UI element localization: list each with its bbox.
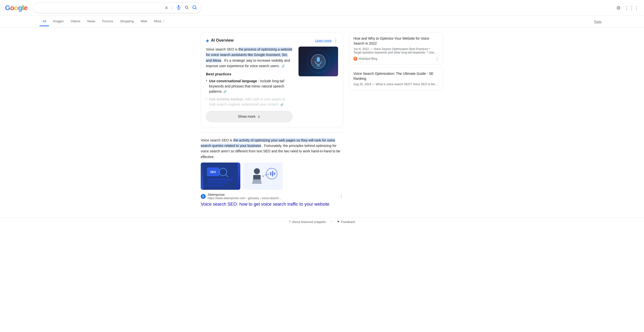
- ai-header-right: Learn more ⋮: [315, 38, 338, 43]
- ai-image-area: [298, 47, 338, 122]
- side-card-title-0: How and Why to Optimize Your Website for…: [354, 36, 439, 46]
- side-card-content-0: How and Why to Optimize Your Website for…: [350, 33, 443, 64]
- ai-overview-title: AI Overview: [211, 38, 234, 43]
- side-card-title-1: Voice Search Optimization: The Ultimate …: [354, 71, 439, 81]
- search-button[interactable]: [192, 5, 197, 11]
- show-more-button[interactable]: Show more ∨: [206, 111, 292, 122]
- result-source-info: Siteimprove https://www.siteimprove.com …: [208, 193, 282, 200]
- question-icon: ?: [289, 220, 290, 224]
- tab-videos[interactable]: Videos: [68, 17, 84, 26]
- side-card-source-0: H HubSpot Blog ⋮: [354, 56, 439, 61]
- svg-rect-26: [274, 172, 275, 175]
- side-card-content-1: Voice Search Optimization: The Ultimate …: [350, 68, 443, 90]
- result-url-0: https://www.siteimprove.com › glossary ›…: [208, 196, 282, 200]
- tab-shopping[interactable]: Shopping: [117, 17, 136, 26]
- lens-icon[interactable]: [184, 5, 189, 11]
- bp-item-1: ● Use schema markup: Add code to your pa…: [206, 97, 292, 107]
- result-images: SEO: [201, 163, 343, 190]
- ai-title-area: ◆ AI Overview: [206, 38, 234, 43]
- tools-button[interactable]: Tools: [591, 17, 604, 26]
- ai-more-button[interactable]: ⋮: [334, 38, 338, 43]
- seo-image: SEO: [201, 163, 240, 190]
- result-favicon-0: S: [201, 194, 206, 199]
- result-image-seo: SEO: [201, 163, 240, 190]
- result-image-voice: [243, 163, 283, 190]
- section-divider: [201, 132, 343, 133]
- learn-more-link[interactable]: Learn more: [315, 39, 332, 42]
- svg-point-27: [262, 175, 264, 177]
- settings-icon[interactable]: ⚙: [616, 5, 621, 11]
- svg-rect-24: [270, 172, 271, 175]
- svg-rect-0: [178, 5, 180, 8]
- clear-button[interactable]: ✕: [164, 5, 168, 11]
- result-block-0: Voice search SEO is the activity of opti…: [201, 138, 343, 207]
- ai-intro-plain: Voice search SEO is: [206, 47, 238, 51]
- show-more-label: Show more: [238, 115, 256, 118]
- ai-diamond-icon: ◆: [206, 38, 209, 43]
- ai-overview-panel: ◆ AI Overview Learn more ⋮ Voice search …: [201, 33, 343, 127]
- svg-point-28: [265, 174, 266, 176]
- apps-icon[interactable]: ⋮⋮⋮: [624, 5, 639, 11]
- side-card-date-1: Aug 20, 2024 — What is voice search SEO?…: [354, 83, 439, 86]
- bp-bullet-1: ●: [206, 97, 207, 100]
- bp-bold-1: Use schema markup:: [209, 97, 244, 101]
- tab-forums[interactable]: Forums: [99, 17, 116, 26]
- bp-item-0: ● Use conversational language : Include …: [206, 79, 292, 94]
- search-input[interactable]: voice search SEO: [37, 6, 162, 10]
- svg-point-5: [186, 6, 187, 7]
- tab-images[interactable]: Images: [50, 17, 66, 26]
- best-practices-list: ● Use conversational language : Include …: [206, 79, 292, 107]
- page-footer: ? About featured snippets • ⚑ Feedback: [0, 217, 644, 226]
- card-more-button-0[interactable]: ⋮: [435, 56, 439, 61]
- nav-tabs: All Images Videos News Forums Shopping W…: [0, 16, 644, 28]
- side-card-date-0: Jun 6, 2022 — Voice Search Optimization …: [354, 47, 439, 54]
- mic-icon[interactable]: [176, 5, 182, 11]
- chevron-down-icon: ∨: [258, 114, 260, 119]
- bp-cite-0[interactable]: 🔗: [223, 90, 227, 93]
- tab-more[interactable]: More ⋮: [151, 17, 168, 26]
- result-source-row-0: S Siteimprove https://www.siteimprove.co…: [201, 193, 343, 200]
- bp-text-0: Use conversational language : Include lo…: [209, 79, 292, 94]
- content-area: ◆ AI Overview Learn more ⋮ Voice search …: [201, 33, 443, 212]
- feedback-icon: ⚑: [337, 220, 340, 224]
- glow-ring: [307, 50, 330, 73]
- side-card-1: Voice Search Optimization: The Ultimate …: [349, 68, 443, 91]
- bp-bullet-0: ●: [206, 79, 207, 82]
- svg-rect-16: [208, 182, 228, 183]
- tab-web[interactable]: Web: [138, 17, 150, 26]
- ai-text-content: Voice search SEO is the process of optim…: [206, 47, 292, 122]
- cite-icon[interactable]: 🔗: [282, 65, 285, 68]
- voice-svg: [243, 163, 283, 190]
- footer-links: ? About featured snippets • ⚑ Feedback: [0, 220, 644, 224]
- svg-point-29: [267, 174, 269, 175]
- header-right: ⚙ ⋮⋮⋮: [616, 5, 639, 11]
- google-logo[interactable]: Google: [5, 4, 29, 12]
- svg-rect-25: [272, 171, 273, 176]
- footer-dot: •: [331, 220, 332, 224]
- source-favicon-0: H: [354, 57, 358, 61]
- svg-text:SEO: SEO: [210, 170, 216, 173]
- tab-all[interactable]: All: [40, 17, 49, 26]
- ai-image-placeholder: [298, 47, 338, 76]
- main-content: ◆ AI Overview Learn more ⋮ Voice search …: [161, 28, 483, 217]
- ai-intro-paragraph: Voice search SEO is the process of optim…: [206, 47, 292, 69]
- result-link-0[interactable]: Voice search SEO: how to get voice searc…: [201, 202, 330, 207]
- result-site-name-0: Siteimprove: [208, 193, 282, 196]
- source-name-0: HubSpot Blog: [359, 57, 377, 61]
- search-icons: ✕ |: [164, 5, 198, 11]
- tab-news[interactable]: News: [84, 17, 98, 26]
- ai-overview-header: ◆ AI Overview Learn more ⋮: [206, 38, 338, 43]
- result-more-button-0[interactable]: ⋮: [339, 194, 343, 199]
- about-snippets-link[interactable]: ? About featured snippets: [289, 220, 326, 224]
- right-panel: How and Why to Optimize Your Website for…: [349, 33, 443, 212]
- svg-rect-22: [253, 179, 261, 183]
- ai-body: Voice search SEO is the process of optim…: [206, 47, 338, 122]
- svg-point-19: [254, 168, 260, 174]
- svg-rect-17: [208, 185, 223, 186]
- bp-cite-1[interactable]: 🔗: [280, 103, 284, 106]
- result-intro-plain: Voice search SEO is: [201, 138, 234, 142]
- left-results: ◆ AI Overview Learn more ⋮ Voice search …: [201, 33, 343, 212]
- search-bar: voice search SEO ✕ |: [33, 3, 202, 13]
- feedback-link[interactable]: ⚑ Feedback: [337, 220, 355, 224]
- best-practices-section: Best practices ● Use conversational lang…: [206, 72, 292, 107]
